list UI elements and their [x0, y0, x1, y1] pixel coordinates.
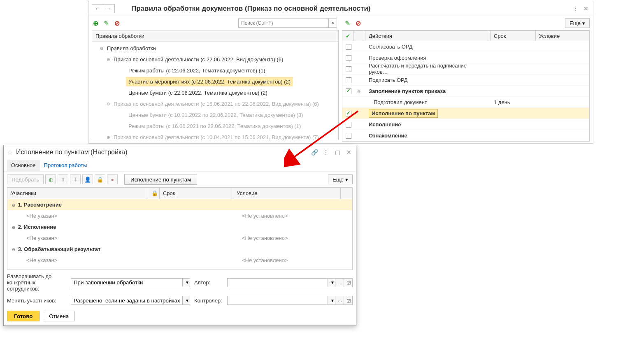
- change-input[interactable]: [71, 296, 183, 305]
- link-icon[interactable]: 🔗: [311, 149, 318, 156]
- popup-header: ☆ Исполнение по пунктам (Настройка) 🔗 ⋮ …: [4, 145, 356, 159]
- grid-row[interactable]: <Не указан><Не установлено>: [7, 232, 352, 244]
- tree-node-inactive[interactable]: ⊖Приказ по основной деятельности (с 16.0…: [92, 98, 338, 109]
- chevron-down-icon: ▾: [582, 20, 585, 26]
- nav-back-button[interactable]: ←: [92, 4, 103, 13]
- tree-node-selected[interactable]: Участие в мероприятиях (с 22.06.2022, Те…: [92, 76, 338, 87]
- grid-row[interactable]: <Не указан><Не установлено>: [7, 210, 352, 221]
- checkbox-checked[interactable]: [346, 111, 351, 116]
- expand-select[interactable]: ▼: [71, 278, 190, 287]
- checkbox[interactable]: [346, 133, 351, 139]
- author-input[interactable]: [227, 278, 328, 287]
- checkbox[interactable]: [346, 44, 351, 50]
- rules-tree-panel: Правила обработки ⊖Правила обработки ⊖Пр…: [92, 30, 339, 140]
- term-column-header[interactable]: Срок: [491, 31, 536, 41]
- toolbar-refresh-icon[interactable]: ◐: [45, 174, 56, 184]
- tree-node-inactive[interactable]: Режим работы (с 16.06.2021 по 22.06.2022…: [92, 121, 338, 132]
- action-row[interactable]: Ознакомление: [342, 130, 589, 141]
- grid-row[interactable]: <Не указан><Не установлено>: [7, 255, 352, 266]
- window-title: Правила обработки документов (Приказ по …: [131, 5, 371, 13]
- search-input[interactable]: [238, 19, 329, 28]
- toolbar-up-icon[interactable]: ⬆: [58, 174, 68, 184]
- dropdown-icon[interactable]: ▼: [183, 278, 190, 287]
- open-button[interactable]: ◲: [344, 296, 353, 305]
- dropdown-icon[interactable]: ▼: [183, 296, 190, 305]
- grid-section-row[interactable]: ⊖ 3. Обрабатывающий результат: [7, 244, 352, 255]
- maximize-icon[interactable]: ▢: [334, 149, 341, 156]
- delete-icon[interactable]: ⊘: [113, 19, 121, 27]
- cancel-button[interactable]: Отмена: [43, 311, 75, 321]
- actions-panel: ✔ Действия Срок Условие Согласовать ОРД …: [342, 30, 590, 142]
- actions-grid-header: ✔ Действия Срок Условие: [342, 30, 589, 41]
- action-row[interactable]: Проверка оформления: [342, 52, 589, 63]
- close-icon[interactable]: ✕: [582, 5, 590, 12]
- pick-button[interactable]: Подобрать: [7, 174, 44, 184]
- toolbar-stop-icon[interactable]: ●: [107, 174, 118, 184]
- checkbox[interactable]: [346, 55, 351, 61]
- condition-column-header[interactable]: Условие: [233, 188, 341, 199]
- check-column-header[interactable]: ✔: [342, 31, 354, 41]
- toolbar-person-icon[interactable]: 👤: [82, 174, 93, 184]
- ellipsis-button[interactable]: …: [335, 278, 344, 287]
- action-row[interactable]: Подписать ОРД: [342, 74, 589, 86]
- tab-main[interactable]: Основное: [7, 160, 40, 171]
- tree-node[interactable]: ⊖Приказ по основной деятельности (с 22.0…: [92, 54, 338, 65]
- term-column-header[interactable]: Срок: [160, 188, 233, 199]
- controller-input[interactable]: [227, 296, 328, 305]
- tree-node[interactable]: Ценные бумаги (с 22.06.2022, Тематика до…: [92, 87, 338, 98]
- action-row[interactable]: ⊖Заполнение пунктов приказа: [342, 86, 589, 97]
- rules-tree[interactable]: ⊖Правила обработки ⊖Приказ по основной д…: [92, 42, 338, 140]
- actions-column-header[interactable]: Действия: [365, 31, 491, 41]
- dropdown-icon[interactable]: ▼: [328, 296, 335, 305]
- tree-node-inactive[interactable]: Ценные бумаги (с 10.01.2022 по 22.06.202…: [92, 109, 338, 121]
- action-row[interactable]: Распечатать и передать на подписание рук…: [342, 63, 589, 74]
- dropdown-icon[interactable]: ▼: [328, 278, 335, 287]
- ok-button[interactable]: Готово: [7, 311, 40, 321]
- popup-title: Исполнение по пунктам (Настройка): [16, 149, 128, 156]
- kebab-menu-icon[interactable]: ⋮: [572, 5, 579, 12]
- edit-icon[interactable]: ✎: [102, 19, 110, 27]
- grid-section-row[interactable]: ⊖ 1. Рассмотрение: [7, 199, 352, 210]
- execute-by-points-button[interactable]: Исполнение по пунктам: [124, 174, 197, 185]
- ellipsis-button[interactable]: …: [335, 296, 344, 305]
- change-select[interactable]: ▼: [71, 296, 190, 305]
- author-select[interactable]: ▼: [227, 278, 335, 287]
- checkbox-checked[interactable]: [346, 88, 351, 94]
- grid-section-row[interactable]: ⊖ 2. Исполнение: [7, 221, 352, 232]
- participants-column-header[interactable]: Участники: [7, 188, 148, 199]
- left-toolbar: ⊕ ✎ ⊘ ×: [88, 16, 340, 30]
- favorite-star-icon[interactable]: ☆: [7, 149, 13, 156]
- close-icon[interactable]: ✕: [345, 149, 353, 156]
- controller-select[interactable]: ▼: [227, 296, 335, 305]
- condition-column-header[interactable]: Условие: [536, 31, 589, 41]
- toolbar-lock-icon[interactable]: 🔒: [95, 174, 105, 184]
- tab-protocol[interactable]: Протокол работы: [40, 160, 91, 171]
- popup-footer: Готово Отмена: [4, 308, 356, 325]
- more-button[interactable]: Еще ▾: [565, 18, 590, 28]
- tree-node-root[interactable]: ⊖Правила обработки: [92, 43, 338, 54]
- action-row[interactable]: Исполнение: [342, 119, 589, 130]
- expand-input[interactable]: [71, 278, 183, 287]
- expand-label: Разворачивать до конкретных сотрудников:: [7, 273, 67, 292]
- edit-icon[interactable]: ✎: [344, 19, 351, 27]
- participants-grid-header: Участники 🔒 Срок Условие: [7, 188, 352, 199]
- rules-tree-header: Правила обработки: [92, 30, 338, 42]
- toolbar-down-icon[interactable]: ⬇: [70, 174, 81, 184]
- open-button[interactable]: ◲: [344, 278, 353, 287]
- action-row[interactable]: Подготовил документ1 день: [342, 97, 589, 108]
- nav-forward-button[interactable]: →: [103, 4, 115, 13]
- action-row[interactable]: Согласовать ОРД: [342, 41, 589, 52]
- checkbox[interactable]: [346, 77, 351, 83]
- right-toolbar: ✎ ⊘ Еще ▾: [340, 16, 593, 30]
- delete-icon[interactable]: ⊘: [354, 19, 362, 27]
- more-button[interactable]: Еще ▾: [328, 174, 353, 184]
- add-icon[interactable]: ⊕: [92, 19, 99, 27]
- checkbox[interactable]: [346, 122, 351, 128]
- kebab-menu-icon[interactable]: ⋮: [322, 149, 330, 156]
- tree-node-inactive[interactable]: ⊕Приказ по основной деятельности (с 10.0…: [92, 132, 338, 140]
- checkbox[interactable]: [346, 66, 351, 72]
- tree-node[interactable]: Режим работы (с 22.06.2022, Тематика док…: [92, 65, 338, 76]
- search-clear-button[interactable]: ×: [329, 19, 337, 28]
- popup-form: Разворачивать до конкретных сотрудников:…: [4, 270, 356, 308]
- action-row-selected[interactable]: Исполнение по пунктам: [342, 108, 589, 119]
